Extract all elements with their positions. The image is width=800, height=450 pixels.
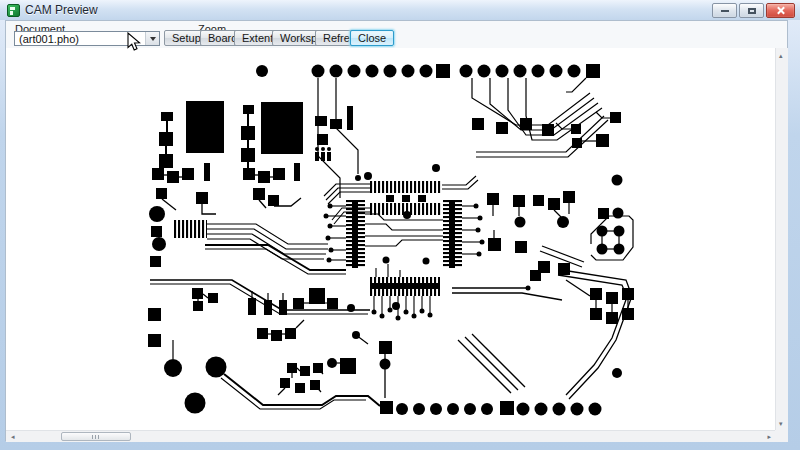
horizontal-scrollbar[interactable]: ◂ ▸ <box>6 430 775 442</box>
scroll-right-icon[interactable]: ▸ <box>767 433 771 440</box>
maximize-icon[interactable] <box>739 3 764 18</box>
mouse-cursor <box>127 32 141 56</box>
scroll-left-icon[interactable]: ◂ <box>11 433 15 440</box>
document-combobox-value: (art001.pho) <box>15 33 145 45</box>
app-icon <box>7 4 20 17</box>
horizontal-scrollbar-thumb[interactable] <box>61 432 131 441</box>
scrollbar-corner <box>775 430 788 442</box>
scroll-up-icon[interactable]: ▴ <box>779 52 783 59</box>
pcb-artwork <box>6 48 775 430</box>
window-title: CAM Preview <box>25 3 98 17</box>
client-area: Document Zoom (art001.pho) Setup... Boar… <box>5 20 788 441</box>
titlebar[interactable]: CAM Preview <box>0 0 800 20</box>
toolbar: Document Zoom (art001.pho) Setup... Boar… <box>6 21 787 48</box>
vertical-scrollbar[interactable]: ▴ ▾ <box>775 48 788 430</box>
minimize-icon[interactable] <box>712 3 737 18</box>
scroll-down-icon[interactable]: ▾ <box>779 420 783 427</box>
preview-canvas <box>6 48 775 430</box>
close-icon[interactable] <box>766 3 795 18</box>
cam-preview-window: CAM Preview Document Zoom (art001.pho) S… <box>0 0 800 450</box>
close-button[interactable]: Close <box>350 30 394 46</box>
dropdown-arrow-icon[interactable] <box>145 32 159 45</box>
